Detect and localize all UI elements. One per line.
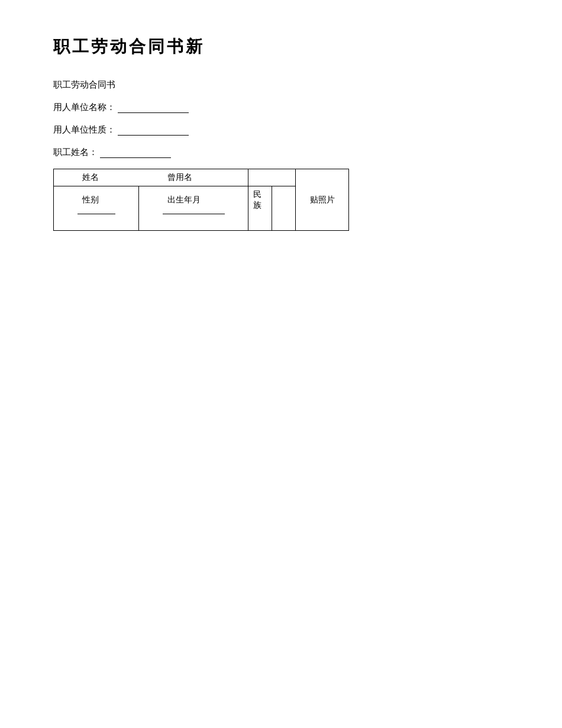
gender-label-cell: 性别 [77,186,115,214]
employer-name-value[interactable] [118,101,189,113]
pipe-g1 [54,186,77,214]
pipe-left [54,169,77,186]
employer-nature-label: 用人单位性质： [53,124,115,136]
p5 [163,214,225,230]
page-title: 职工劳动合同书新 [53,36,205,58]
former-name-label-cell: 曾用名 [163,169,225,186]
pipe-g4 [225,186,248,214]
employee-info-table: 姓名 曾用名 贴照片 性别 出生年月 民族 [53,169,349,231]
employer-name-field: 用人单位名称： [53,101,189,113]
pipe-mid4 [272,169,296,186]
photo-cell: 贴照片 [296,169,349,231]
pipe-mid2 [225,169,248,186]
p7 [248,214,272,230]
p1 [54,214,77,230]
p4 [139,214,163,230]
employee-name-field: 职工姓名： [53,146,171,158]
name-label-cell: 姓名 [77,169,115,186]
pipe-mid3 [248,169,272,186]
ethnicity-label-cell: 民族 [248,186,272,214]
pipe-g3 [139,186,163,214]
employee-name-label: 职工姓名： [53,147,98,158]
employee-name-value[interactable] [100,146,171,158]
p6 [225,214,248,230]
pipe-mid1 [115,169,139,186]
p3 [115,214,139,230]
employer-nature-field: 用人单位性质： [53,124,189,136]
pipe-g5 [272,186,296,214]
birth-label-cell: 出生年月 [163,186,225,214]
name-row: 姓名 曾用名 贴照片 [54,169,349,186]
p8 [272,214,296,230]
doc-subtitle: 职工劳动合同书 [53,79,115,91]
employer-name-label: 用人单位名称： [53,102,115,113]
pipe-mid1b [139,169,163,186]
employer-nature-value[interactable] [118,124,189,136]
pipe-g2 [115,186,139,214]
p2 [77,214,115,230]
